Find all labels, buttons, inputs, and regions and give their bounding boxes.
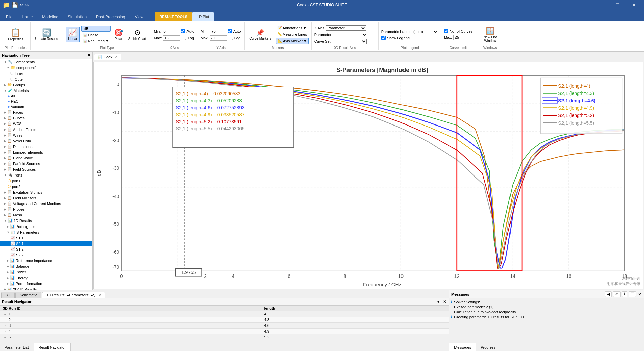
minimize-button[interactable]: ─	[594, 0, 609, 10]
tree-item-anchor-points[interactable]: ▶📋Anchor Points	[0, 127, 92, 132]
msg-tab-progress[interactable]: Progress	[476, 343, 500, 351]
tree-item-outer[interactable]: ⬡Outer	[0, 76, 92, 82]
tree-item-s22[interactable]: 📈S2,2	[0, 252, 92, 258]
tree-item-power[interactable]: ▶📊Power	[0, 269, 92, 275]
x-log-checkbox[interactable]	[182, 36, 186, 40]
tree-item-port-signals[interactable]: ▶📊Port signals	[0, 223, 92, 229]
close-button[interactable]: ✕	[626, 0, 641, 10]
tab-1d-plot[interactable]: 1D Plot	[192, 12, 214, 21]
nav-tree-scroll[interactable]: ▼🔧Components ▼📁component1 ⬡Inner ⬡Outer …	[0, 59, 92, 290]
msg-alert-button[interactable]: ⚠	[613, 291, 621, 297]
tab-modeling[interactable]: Modeling	[37, 13, 63, 21]
linear-button[interactable]: 📈 Linear	[66, 27, 80, 42]
tree-item-air[interactable]: ●Air	[0, 93, 92, 99]
bottom-subtab-result-nav[interactable]: Result Navigator	[34, 343, 71, 351]
tree-item-ports[interactable]: ▼🔌Ports	[0, 172, 92, 178]
tree-item-faces[interactable]: ▶📋Faces	[0, 109, 92, 115]
tree-item-groups[interactable]: ▶📂Groups	[0, 82, 92, 88]
tree-item-s11[interactable]: 📈S1,1	[0, 235, 92, 241]
parameter-select[interactable]	[334, 32, 367, 37]
bottom-tab-1d-results[interactable]: 1D Results\S-Parameters\S2,1 ✕	[42, 292, 105, 298]
chart-tab-close[interactable]: ✕	[115, 55, 118, 59]
tree-item-field-sources[interactable]: ▶📋Field Sources	[0, 166, 92, 172]
tree-item-reference-impedance[interactable]: ▶📊Reference Impedance	[0, 258, 92, 263]
smith-chart-button[interactable]: ⊙ Smith Chart	[126, 27, 148, 42]
no-of-curves-checkbox[interactable]	[444, 29, 448, 33]
msg-prev-button[interactable]: ◀	[605, 291, 612, 297]
realimag-button[interactable]: 📊Real/Imag▼	[81, 38, 111, 44]
msg-info-button[interactable]: ℹ	[622, 291, 627, 297]
tab-view[interactable]: View	[130, 13, 148, 21]
bottom-tab-close[interactable]: ✕	[98, 293, 101, 297]
bottom-tab-schematic[interactable]: Schematic	[15, 292, 41, 298]
curve-set-select[interactable]	[333, 39, 367, 44]
x-min-input[interactable]	[162, 29, 179, 34]
tree-item-vacuum[interactable]: ●Vacuum	[0, 104, 92, 109]
tree-item-component1[interactable]: ▼📁component1	[0, 65, 92, 70]
msg-tab-messages[interactable]: Messages	[449, 343, 476, 351]
x-auto-checkbox[interactable]	[181, 29, 185, 33]
bottom-subtab-param-list[interactable]: Parameter List	[0, 343, 34, 351]
tree-item-excitation-signals[interactable]: ▶📋Excitation Signals	[0, 189, 92, 195]
tree-item-port-information[interactable]: ▶📊Port Information	[0, 281, 92, 286]
tree-item-s-parameters[interactable]: ▼📊S-Parameters	[0, 229, 92, 235]
x-max-input[interactable]	[163, 35, 180, 41]
tree-item-components[interactable]: ▼🔧Components	[0, 59, 92, 65]
msg-list-button[interactable]: ☰	[629, 291, 636, 297]
tree-item-port1[interactable]: ⬡port1	[0, 178, 92, 184]
bottom-tab-3d[interactable]: 3D	[1, 292, 15, 298]
tree-item-inner[interactable]: ⬡Inner	[0, 70, 92, 76]
result-row-5[interactable]: ↔ 5 5.2	[0, 334, 449, 340]
tree-item-plane-wave[interactable]: ▶📋Plane Wave	[0, 155, 92, 161]
curve-markers-button[interactable]: 📌 Curve Markers	[247, 27, 273, 42]
filter-icon[interactable]: ▼	[436, 299, 441, 304]
tab-simulation[interactable]: Simulation	[63, 13, 91, 21]
tab-file[interactable]: File	[1, 13, 17, 21]
db-button[interactable]: dB	[81, 26, 111, 32]
y-log-checkbox[interactable]	[229, 36, 233, 40]
tree-item-s21[interactable]: 📈S2,1	[0, 241, 92, 246]
properties-button[interactable]: 📋 Properties	[6, 27, 25, 42]
restore-button[interactable]: ❐	[610, 0, 625, 10]
y-min-input[interactable]	[209, 29, 226, 34]
nav-tree-close[interactable]: ✕	[87, 53, 90, 57]
polar-button[interactable]: 🎯 Polar	[112, 27, 125, 42]
tree-item-probes[interactable]: ▶📋Probes	[0, 206, 92, 212]
tree-item-1d-results[interactable]: ▼📊1D Results	[0, 218, 92, 223]
update-results-button[interactable]: 🔄 Update Results	[33, 27, 60, 42]
tree-item-mesh[interactable]: ▶📋Mesh	[0, 212, 92, 218]
show-legend-checkbox[interactable]	[381, 36, 386, 40]
tree-item-lumped-elements[interactable]: ▶📋Lumped Elements	[0, 149, 92, 155]
tab-postprocessing[interactable]: Post-Processing	[91, 13, 130, 21]
result-row-4[interactable]: ↔ 4 4.9	[0, 329, 449, 334]
tree-item-voxel-data[interactable]: ▶📋Voxel Data	[0, 138, 92, 144]
max-curves-input[interactable]	[453, 35, 471, 40]
new-plot-window-button[interactable]: 🪟 New Plot Window	[478, 25, 502, 44]
result-row-3[interactable]: ↔ 3 4.6	[0, 323, 449, 329]
result-nav-close[interactable]: ✕	[442, 299, 447, 304]
tree-item-pec[interactable]: ●PEC	[0, 99, 92, 104]
tree-item-s12[interactable]: 📈S1,2	[0, 246, 92, 252]
phase-button[interactable]: 📊Phase	[81, 32, 111, 38]
tree-item-port2[interactable]: ⬡port2	[0, 184, 92, 189]
tree-item-balance[interactable]: ▶📊Balance	[0, 263, 92, 269]
parametric-label-select[interactable]: (auto)	[412, 29, 438, 34]
result-table-container[interactable]: 3D Run ID length ↔ 1 4	[0, 305, 449, 343]
tree-item-wires[interactable]: ▶📋Wires	[0, 132, 92, 138]
tree-item-wcs[interactable]: ▶📋WCS	[0, 121, 92, 127]
y-auto-checkbox[interactable]	[228, 29, 232, 33]
tree-item-energy[interactable]: ▶📊Energy	[0, 275, 92, 281]
tab-home[interactable]: Home	[17, 13, 37, 21]
tree-item-materials[interactable]: ▼🧪Materials	[0, 88, 92, 93]
result-row-1[interactable]: ↔ 1 4	[0, 311, 449, 317]
chart-tab-coax[interactable]: 📊 Coax* ✕	[94, 54, 121, 60]
tree-item-dimensions[interactable]: ▶📋Dimensions	[0, 144, 92, 149]
axis-marker-button[interactable]: 📐Axis Marker▼	[276, 38, 309, 44]
tree-item-curves[interactable]: ▶📋Curves	[0, 115, 92, 121]
x-axis-select[interactable]: Parameter	[326, 25, 366, 31]
tree-item-2d3d-results[interactable]: ▶📊2D/3D Results	[0, 286, 92, 290]
tree-item-field-monitors[interactable]: ▶📋Field Monitors	[0, 195, 92, 201]
tree-item-farfield-sources[interactable]: ▶📋Farfield Sources	[0, 161, 92, 166]
result-row-2[interactable]: ↔ 2 4.3	[0, 317, 449, 323]
tree-item-voltage-monitors[interactable]: ▶📋Voltage and Current Monitors	[0, 201, 92, 206]
